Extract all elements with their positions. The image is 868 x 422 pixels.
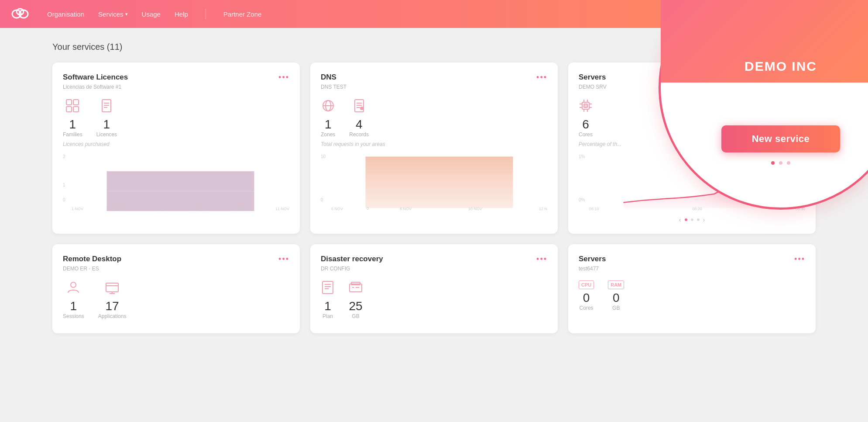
- stat-gb: 25 GB: [349, 280, 363, 319]
- svg-rect-12: [73, 100, 79, 105]
- ram-icon: RAM: [608, 280, 624, 289]
- cpu-cores-label: Cores: [580, 305, 594, 311]
- prev-page-button[interactable]: ‹: [679, 216, 681, 223]
- sessions-value: 1: [70, 299, 77, 313]
- card-more-button[interactable]: •••: [278, 255, 289, 264]
- cpu-cores-value: 0: [583, 291, 590, 305]
- applications-label: Applications: [98, 313, 127, 319]
- card-subtitle: DR CONFIG: [321, 266, 547, 272]
- nav-services[interactable]: Services ▾: [98, 10, 128, 18]
- overlay-company-name: DEMO INC: [744, 59, 817, 74]
- cores-value: 6: [582, 118, 589, 131]
- gb-value: 25: [349, 299, 362, 313]
- stat-licences: 1 Licences: [96, 99, 117, 138]
- stat-cores: 6 Cores: [579, 99, 593, 138]
- page-title: Your services (11): [52, 42, 122, 52]
- pagination-dot-2[interactable]: [691, 218, 693, 221]
- card-title: Disaster recovery: [321, 255, 383, 263]
- card-stats: 1 Sessions 17 Applications: [63, 280, 289, 319]
- stat-plan: 1 Plan: [321, 280, 335, 319]
- card-subtitle: test6477: [579, 266, 805, 272]
- stat-records: 4 Records: [349, 99, 369, 138]
- stat-zones: 1 Zones: [321, 99, 335, 138]
- card-header: Disaster recovery •••: [321, 255, 547, 264]
- card-subtitle: DEMO ER - ES: [63, 266, 289, 272]
- card-more-button[interactable]: •••: [794, 255, 805, 264]
- svg-rect-11: [66, 100, 72, 105]
- records-value: 4: [356, 118, 363, 131]
- nav-usage[interactable]: Usage: [142, 10, 161, 18]
- families-icon: [65, 99, 79, 116]
- ram-value: 0: [613, 291, 620, 305]
- overlay-dot-1: [771, 161, 775, 165]
- card-title: Servers: [579, 255, 606, 263]
- overlay-circle: DEMO INC New service: [659, 0, 868, 210]
- card-more-button[interactable]: •••: [278, 73, 289, 82]
- nav-help[interactable]: Help: [175, 10, 188, 18]
- svg-rect-34: [584, 104, 587, 107]
- nav-partner-zone[interactable]: Partner Zone: [223, 10, 262, 18]
- cores-icon: [579, 99, 593, 116]
- svg-rect-14: [73, 107, 79, 112]
- overlay-dot-2: [779, 161, 782, 165]
- pagination-dot-3[interactable]: [697, 218, 700, 221]
- licences-icon: [99, 99, 113, 116]
- card-stats: 1 Families 1 Licences: [63, 99, 289, 138]
- stat-families: 1 Families: [63, 99, 82, 138]
- svg-rect-44: [106, 283, 118, 292]
- licences-label: Licences: [96, 131, 117, 138]
- card-stats: CPU 0 Cores RAM 0 GB: [579, 280, 805, 311]
- main-nav: Organisation Services ▾ Usage Help Partn…: [47, 9, 764, 19]
- licences-value: 1: [103, 118, 110, 131]
- card-subtitle: DNS TEST: [321, 84, 547, 90]
- stat-ram: RAM 0 GB: [608, 280, 624, 311]
- card-note: Licences purchased: [63, 141, 289, 147]
- cores-label: Cores: [579, 131, 593, 138]
- stat-sessions: 1 Sessions: [63, 280, 84, 319]
- card-header: DNS •••: [321, 73, 547, 82]
- gb-label: GB: [352, 313, 359, 319]
- card-dns: DNS ••• DNS TEST 1 Zones: [310, 62, 558, 234]
- zones-icon: [321, 99, 335, 116]
- card-stats: 1 Zones 4 Records: [321, 99, 547, 138]
- nav-organisation[interactable]: Organisation: [47, 10, 84, 18]
- card-title: DNS: [321, 73, 336, 82]
- card-stats: 1 Plan 25 GB: [321, 280, 547, 319]
- sessions-icon: [66, 280, 80, 297]
- pagination-dot-1[interactable]: [685, 218, 687, 221]
- card-chart: 10 0 0 6 NOV 8 NOV 10 NOV: [321, 154, 547, 211]
- card-title: Software Licences: [63, 73, 128, 82]
- overlay-dot-3: [787, 161, 790, 165]
- applications-icon: [105, 280, 119, 297]
- card-more-button[interactable]: •••: [536, 255, 547, 264]
- svg-point-43: [71, 282, 76, 287]
- families-label: Families: [63, 131, 82, 138]
- records-label: Records: [349, 131, 369, 138]
- gb-icon: [349, 280, 363, 297]
- next-page-button[interactable]: ›: [703, 216, 705, 223]
- stat-applications: 17 Applications: [98, 280, 127, 319]
- card-title: Remote Desktop: [63, 255, 121, 263]
- sessions-label: Sessions: [63, 313, 84, 319]
- svg-rect-48: [322, 281, 333, 294]
- card-header: Remote Desktop •••: [63, 255, 289, 264]
- nav-divider: [206, 9, 206, 19]
- zones-label: Zones: [321, 131, 335, 138]
- records-icon: [352, 99, 366, 116]
- card-disaster-recovery: Disaster recovery ••• DR CONFIG 1 P: [310, 244, 558, 333]
- card-pagination: ‹ ›: [579, 216, 805, 223]
- card-servers-2: Servers ••• test6477 CPU 0 Cores RAM 0 G…: [568, 244, 816, 333]
- card-chart: 2 1 0 0 1 NOV 3 NOV 5 NOV 7 NOV 9 NOV 11…: [63, 154, 289, 211]
- card-more-button[interactable]: •••: [536, 73, 547, 82]
- card-software-licences: Software Licences ••• Licencias de Softw…: [52, 62, 300, 234]
- svg-rect-13: [66, 107, 72, 112]
- cpu-icon: CPU: [579, 280, 594, 289]
- new-service-button[interactable]: New service: [721, 125, 841, 152]
- ram-label: GB: [612, 305, 620, 311]
- card-subtitle: Licencias de Software #1: [63, 84, 289, 90]
- card-header: Software Licences •••: [63, 73, 289, 82]
- plan-value: 1: [324, 299, 331, 313]
- card-remote-desktop: Remote Desktop ••• DEMO ER - ES 1 Sessio…: [52, 244, 300, 333]
- plan-label: Plan: [322, 313, 333, 319]
- logo[interactable]: [10, 6, 30, 22]
